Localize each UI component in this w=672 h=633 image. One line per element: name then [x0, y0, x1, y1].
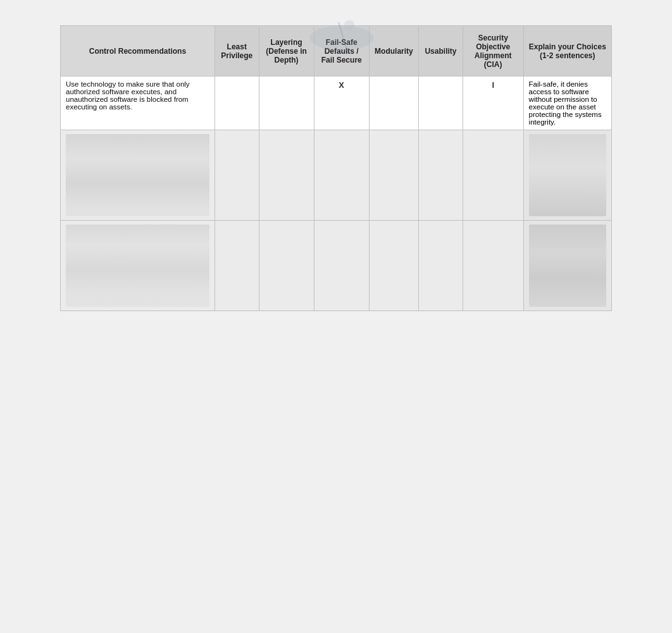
row3-security [463, 221, 523, 311]
row2-explain [523, 130, 611, 221]
row3-layering [259, 221, 314, 311]
table-row [61, 221, 612, 311]
header-control: Control Recommendations [61, 26, 215, 77]
decorative-image [304, 19, 380, 57]
row3-failsafe [314, 221, 369, 311]
row2-usability [419, 130, 463, 221]
row1-modularity [369, 77, 418, 130]
row3-modularity [369, 221, 418, 311]
row1-control: Use technology to make sure that only au… [61, 77, 215, 130]
svg-point-2 [344, 20, 354, 30]
row2-failsafe [314, 130, 369, 221]
row2-layering [259, 130, 314, 221]
row1-layering [259, 77, 314, 130]
main-table: Control Recommendations Least Privilege … [60, 25, 612, 311]
row2-least-privilege [215, 130, 259, 221]
row1-explain: Fail-safe, it denies access to software … [523, 77, 611, 130]
row3-explain [523, 221, 611, 311]
row1-security: I [463, 77, 523, 130]
row1-usability [419, 77, 463, 130]
row2-security [463, 130, 523, 221]
row3-usability [419, 221, 463, 311]
row2-control [61, 130, 215, 221]
header-least-privilege: Least Privilege [215, 26, 259, 77]
svg-point-0 [310, 25, 373, 51]
page-container: Control Recommendations Least Privilege … [0, 0, 672, 633]
table-row: Use technology to make sure that only au… [61, 77, 612, 130]
row3-control [61, 221, 215, 311]
table-wrapper: Control Recommendations Least Privilege … [60, 25, 612, 311]
header-usability: Usability [419, 26, 463, 77]
header-explain: Explain your Choices (1-2 sentences) [523, 26, 611, 77]
header-security: Security Objective Alignment (CIA) [463, 26, 523, 77]
row2-modularity [369, 130, 418, 221]
table-row [61, 130, 612, 221]
row1-least-privilege [215, 77, 259, 130]
row1-failsafe: X [314, 77, 369, 130]
row3-least-privilege [215, 221, 259, 311]
